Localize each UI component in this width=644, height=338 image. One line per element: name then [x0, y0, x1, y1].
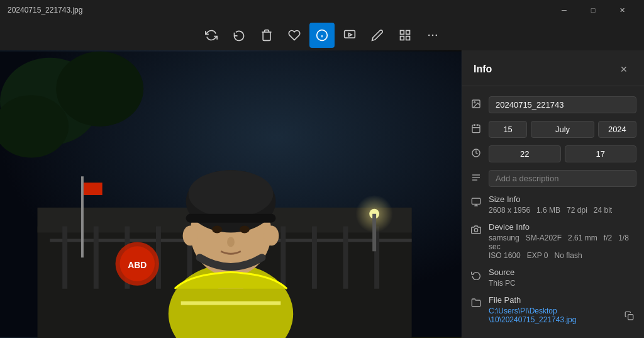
svg-point-11 [436, 35, 438, 37]
svg-point-15 [56, 52, 143, 127]
info-panel-header: Info ✕ [462, 50, 644, 86]
dimensions: 2608 x 1956 [489, 206, 530, 215]
svg-rect-65 [628, 314, 633, 319]
svg-rect-6 [406, 31, 410, 35]
device-icon [470, 223, 482, 236]
device-line1: samsung SM-A202F 2.61 mm f/2 1/8 sec [489, 234, 636, 251]
svg-point-45 [212, 226, 222, 234]
svg-marker-4 [348, 33, 352, 37]
view-button[interactable] [392, 23, 418, 48]
device-exposure: EXP 0 [527, 251, 548, 260]
info-panel: Info ✕ 20240715_221743 [462, 50, 644, 338]
source-content: Source This PC [489, 268, 636, 288]
filename-row: 20240715_221743 [462, 93, 644, 117]
svg-rect-8 [406, 37, 410, 40]
svg-rect-33 [372, 214, 376, 252]
device-iso: ISO 1600 [489, 251, 521, 260]
device-info-row: Device Info samsung SM-A202F 2.61 mm f/2… [462, 218, 644, 264]
minimize-button[interactable]: ─ [550, 0, 579, 20]
filepath-link[interactable]: C:\Users\PI\Desktop\10\20240715_221743.j… [489, 307, 576, 324]
date-row: 15 July 2024 [462, 117, 644, 142]
month-field[interactable]: July [531, 121, 594, 138]
description-icon [470, 171, 482, 184]
device-content: Device Info samsung SM-A202F 2.61 mm f/2… [489, 222, 636, 260]
time-row: 22 17 [462, 142, 644, 166]
more-button[interactable] [420, 23, 445, 48]
rotate-button[interactable] [199, 23, 224, 48]
svg-rect-5 [401, 31, 404, 35]
svg-rect-38 [84, 183, 103, 195]
source-label: Source [489, 268, 636, 277]
date-content: 15 July 2024 [489, 121, 636, 138]
svg-rect-53 [472, 125, 480, 133]
photo-display: ABD [0, 50, 462, 338]
size-content: Size Info 2608 x 1956 1.6 MB 72 dpi 24 b… [489, 194, 636, 215]
svg-point-64 [474, 228, 477, 232]
title-bar-left: 20240715_221743.jpg [8, 6, 82, 14]
time-content: 22 17 [489, 145, 636, 162]
svg-point-47 [227, 237, 235, 247]
filepath-label: File Path [489, 295, 636, 305]
svg-rect-50 [181, 301, 281, 305]
svg-rect-37 [81, 176, 84, 257]
size-label: Size Info [489, 194, 636, 204]
title-bar-controls: ─ □ ✕ [550, 0, 636, 20]
close-window-button[interactable]: ✕ [608, 0, 636, 20]
favorite-button[interactable] [282, 23, 307, 48]
svg-point-48 [183, 226, 198, 246]
svg-rect-21 [94, 227, 99, 289]
svg-point-52 [474, 102, 475, 103]
dpi: 72 dpi [567, 206, 587, 215]
svg-point-43 [189, 170, 274, 217]
filename-icon [470, 98, 482, 110]
filepath-content: File Path C:\Users\PI\Desktop\10\2024071… [489, 295, 636, 324]
device-line2: ISO 1600 EXP 0 No flash [489, 251, 636, 260]
description-field[interactable]: Add a description [489, 170, 636, 187]
title-bar: 20240715_221743.jpg ─ □ ✕ [0, 0, 644, 20]
info-body: 20240715_221743 15 July 2024 [462, 86, 644, 334]
device-flash: No flash [555, 251, 582, 260]
device-aperture: f/2 [604, 234, 612, 242]
info-close-button[interactable]: ✕ [615, 60, 633, 78]
svg-rect-27 [280, 227, 286, 289]
window-title: 20240715_221743.jpg [8, 6, 82, 14]
main-content: ABD [0, 50, 644, 338]
svg-rect-28 [312, 227, 317, 289]
svg-text:ABD: ABD [128, 260, 147, 270]
image-area: ABD [0, 50, 462, 338]
hour-field[interactable]: 22 [489, 145, 561, 162]
slideshow-button[interactable] [337, 23, 362, 48]
svg-rect-61 [472, 198, 480, 204]
time-icon [470, 147, 482, 159]
maximize-button[interactable]: □ [579, 0, 608, 20]
description-row: Add a description [462, 166, 644, 191]
filename-content: 20240715_221743 [489, 96, 636, 113]
day-field[interactable]: 15 [489, 121, 527, 138]
filepath-path-row: C:\Users\PI\Desktop\10\20240715_221743.j… [489, 307, 636, 324]
filepath-row: File Path C:\Users\PI\Desktop\10\2024071… [462, 291, 644, 328]
svg-point-49 [264, 226, 279, 246]
source-icon [470, 269, 482, 281]
time-fields: 22 17 [489, 145, 636, 162]
date-icon [470, 122, 482, 135]
filename-field[interactable]: 20240715_221743 [489, 96, 636, 113]
svg-rect-44 [186, 214, 276, 223]
svg-point-10 [432, 35, 434, 37]
svg-point-46 [240, 226, 250, 234]
year-field[interactable]: 2024 [598, 121, 636, 138]
device-focal: 2.61 mm [568, 234, 597, 242]
copy-path-button[interactable] [621, 308, 636, 323]
crop-button[interactable] [365, 23, 390, 48]
delete-button[interactable] [254, 23, 279, 48]
bit-depth: 24 bit [594, 206, 612, 215]
svg-rect-20 [62, 227, 67, 289]
minute-field[interactable]: 17 [565, 145, 637, 162]
size-info-row: Size Info 2608 x 1956 1.6 MB 72 dpi 24 b… [462, 191, 644, 218]
source-row: Source This PC [462, 264, 644, 291]
info-button[interactable] [309, 23, 335, 48]
undo-button[interactable] [226, 23, 252, 48]
svg-point-9 [428, 35, 430, 37]
description-content: Add a description [489, 170, 636, 187]
info-panel-title: Info [474, 64, 492, 75]
device-model: SM-A202F [526, 234, 562, 242]
